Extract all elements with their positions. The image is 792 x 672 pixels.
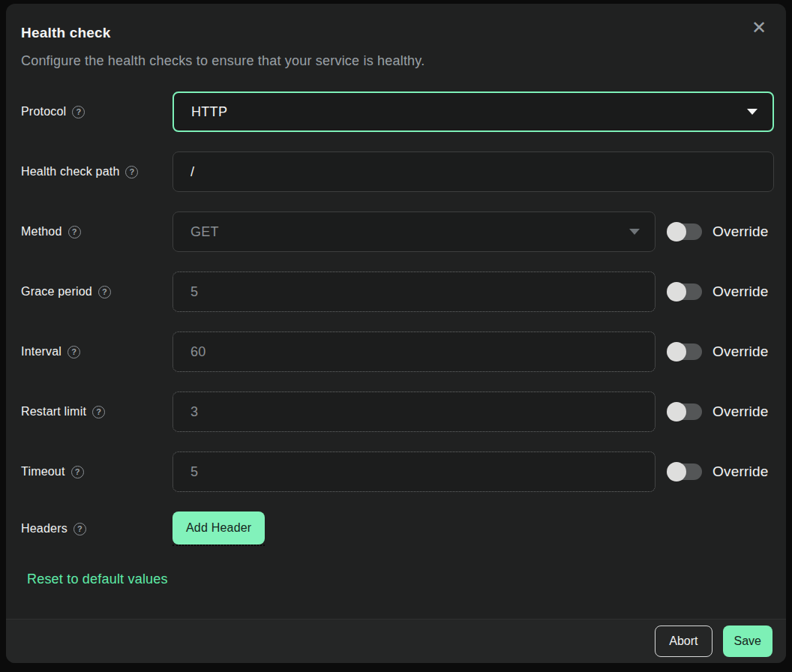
- restart-limit-label: Restart limit: [21, 405, 86, 418]
- chevron-down-icon: [747, 109, 758, 115]
- help-icon[interactable]: ?: [71, 466, 84, 478]
- interval-input[interactable]: [172, 332, 656, 372]
- modal-subtitle: Configure the health checks to ensure th…: [21, 53, 774, 69]
- field-row-grace-period: Grace period ? Override: [21, 272, 774, 312]
- help-icon[interactable]: ?: [92, 406, 105, 418]
- toggle-knob: [667, 462, 686, 482]
- override-label: Override: [712, 224, 768, 240]
- toggle-track: [668, 404, 702, 420]
- help-icon[interactable]: ?: [68, 226, 81, 238]
- health-check-modal: Health check ✕ Configure the health chec…: [6, 4, 786, 663]
- field-row-protocol: Protocol ? HTTP: [21, 92, 774, 132]
- field-row-headers: Headers ? Add Header: [21, 512, 774, 546]
- field-row-timeout: Timeout ? Override: [21, 452, 774, 492]
- add-header-button[interactable]: Add Header: [172, 512, 265, 544]
- method-label: Method: [21, 225, 62, 238]
- override-label: Override: [712, 464, 768, 480]
- field-row-path: Health check path ?: [21, 152, 774, 192]
- toggle-track: [668, 464, 702, 480]
- field-row-restart-limit: Restart limit ? Override: [21, 392, 774, 432]
- override-toggle-grace-period[interactable]: Override: [668, 284, 768, 300]
- help-icon[interactable]: ?: [98, 286, 111, 298]
- toggle-track: [668, 344, 702, 360]
- override-toggle-interval[interactable]: Override: [668, 344, 768, 360]
- close-icon[interactable]: ✕: [747, 16, 771, 40]
- grace-period-label: Grace period: [21, 285, 92, 298]
- headers-label: Headers: [21, 522, 68, 536]
- path-input[interactable]: [172, 152, 774, 192]
- toggle-knob: [667, 342, 686, 362]
- modal-footer: Abort Save: [6, 619, 786, 663]
- help-icon[interactable]: ?: [74, 523, 86, 536]
- abort-button[interactable]: Abort: [655, 626, 712, 657]
- override-label: Override: [712, 344, 768, 360]
- timeout-input[interactable]: [172, 452, 656, 492]
- protocol-select[interactable]: HTTP: [172, 92, 774, 132]
- form-rows: Protocol ? HTTP Health check path ?: [21, 92, 774, 546]
- override-label: Override: [712, 404, 768, 420]
- chevron-down-icon: [629, 229, 640, 235]
- help-icon[interactable]: ?: [72, 106, 85, 118]
- reset-to-defaults-link[interactable]: Reset to default values: [27, 572, 168, 587]
- toggle-knob: [667, 222, 686, 242]
- interval-label: Interval: [21, 345, 62, 358]
- restart-limit-input[interactable]: [172, 392, 656, 432]
- protocol-select-value: HTTP: [191, 104, 227, 120]
- field-row-method: Method ? GET Override: [21, 212, 774, 252]
- override-toggle-restart-limit[interactable]: Override: [668, 404, 768, 420]
- timeout-label: Timeout: [21, 465, 65, 478]
- protocol-label: Protocol: [21, 105, 66, 118]
- save-button[interactable]: Save: [723, 626, 772, 657]
- page-title: Health check: [21, 25, 774, 41]
- grace-period-input[interactable]: [172, 272, 656, 312]
- override-toggle-method[interactable]: Override: [668, 224, 768, 240]
- toggle-knob: [667, 282, 686, 302]
- path-label: Health check path: [21, 165, 119, 178]
- help-icon[interactable]: ?: [68, 346, 80, 358]
- field-row-interval: Interval ? Override: [21, 332, 774, 372]
- toggle-track: [668, 284, 702, 300]
- toggle-knob: [667, 402, 686, 422]
- method-select[interactable]: GET: [172, 212, 656, 252]
- help-icon[interactable]: ?: [125, 166, 138, 178]
- override-toggle-timeout[interactable]: Override: [668, 464, 768, 480]
- method-select-value: GET: [190, 224, 219, 240]
- toggle-track: [668, 224, 702, 240]
- override-label: Override: [712, 284, 768, 300]
